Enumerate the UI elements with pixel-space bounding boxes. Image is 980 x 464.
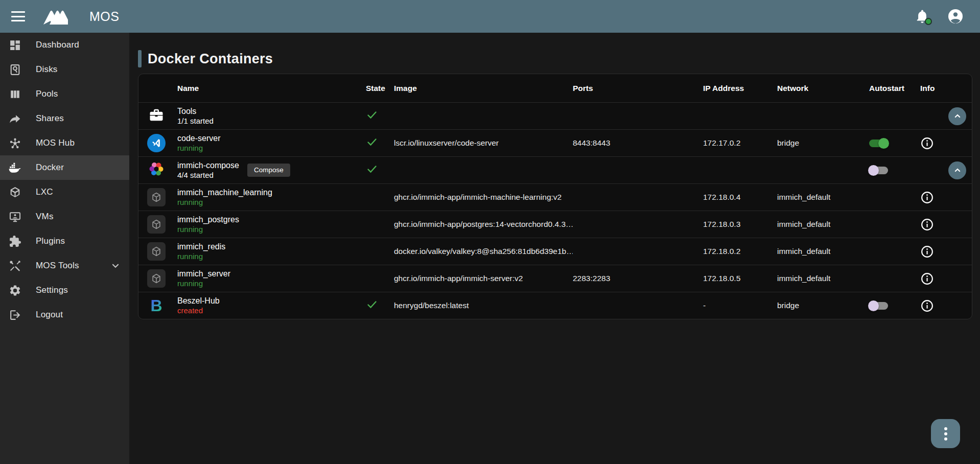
code-server-icon: [147, 134, 166, 152]
table-row[interactable]: immich-compose 4/4 started Compose: [138, 156, 972, 183]
container-cube-icon: [147, 269, 166, 288]
table-row[interactable]: code-server running lscr.io/linuxserver/…: [138, 129, 972, 156]
container-status: 1/1 started: [177, 117, 214, 126]
collapse-group-button[interactable]: [948, 107, 966, 125]
ip-cell: 172.18.0.2: [703, 247, 777, 256]
sidebar-item-docker[interactable]: Docker: [0, 155, 129, 180]
col-header-network: Network: [777, 84, 869, 93]
state-check-icon: [366, 136, 378, 150]
container-status: running: [177, 252, 225, 262]
pools-icon: [8, 87, 21, 101]
notification-status-dot: [925, 18, 932, 25]
main-content: Docker Containers Name State Image Ports…: [129, 33, 980, 464]
table-row[interactable]: Tools 1/1 started: [138, 102, 972, 129]
info-icon[interactable]: [920, 245, 934, 259]
sidebar-item-disks[interactable]: Disks: [0, 57, 129, 82]
sidebar-item-dashboard[interactable]: Dashboard: [0, 33, 129, 57]
top-app-bar: MOS: [0, 0, 980, 33]
network-cell: immich_default: [777, 193, 869, 202]
account-icon[interactable]: [947, 8, 964, 25]
mos-logo-icon: [42, 7, 69, 26]
sidebar-item-pools[interactable]: Pools: [0, 82, 129, 106]
table-row[interactable]: immich_redis running docker.io/valkey/va…: [138, 238, 972, 265]
network-cell: immich_default: [777, 247, 869, 256]
ip-cell: 172.17.0.2: [703, 138, 777, 148]
network-cell: immich_default: [777, 220, 869, 229]
sidebar-item-shares[interactable]: Shares: [0, 106, 129, 131]
col-header-info: Info: [920, 84, 948, 93]
info-icon[interactable]: [920, 272, 934, 286]
sidebar-item-vms[interactable]: VMs: [0, 204, 129, 229]
tools-icon: [8, 259, 21, 272]
sidebar-item-logout[interactable]: Logout: [0, 303, 129, 327]
ports-cell: 8443:8443: [573, 138, 703, 148]
container-name: Tools: [177, 106, 214, 117]
container-status: running: [177, 225, 239, 235]
container-status: created: [177, 306, 220, 316]
col-header-state: State: [366, 84, 394, 93]
ip-cell: 172.18.0.5: [703, 274, 777, 283]
logout-icon: [8, 308, 21, 321]
image-cell: ghcr.io/immich-app/postgres:14-vectorcho…: [394, 220, 573, 229]
ip-cell: -: [703, 301, 777, 310]
ports-cell: 2283:2283: [573, 274, 703, 283]
image-cell: lscr.io/linuxserver/code-server: [394, 138, 573, 148]
table-row[interactable]: immich_machine_learning running ghcr.io/…: [138, 183, 972, 211]
container-name: immich_machine_learning: [177, 188, 272, 198]
immich-icon: [148, 160, 165, 180]
info-icon[interactable]: [920, 218, 934, 231]
sidebar-item-plugins[interactable]: Plugins: [0, 229, 129, 253]
gear-icon: [8, 284, 21, 297]
sidebar-item-mos-hub[interactable]: MOS Hub: [0, 131, 129, 155]
state-check-icon: [366, 298, 378, 313]
table-row[interactable]: immich_postgres running ghcr.io/immich-a…: [138, 211, 972, 238]
col-header-autostart: Autostart: [869, 84, 920, 93]
app-title: MOS: [89, 9, 119, 24]
container-cube-icon: [147, 242, 166, 261]
table-row[interactable]: B Beszel-Hub created henrygd/beszel:late…: [138, 292, 972, 319]
info-icon[interactable]: [920, 136, 934, 150]
autostart-toggle[interactable]: [869, 140, 888, 147]
image-cell: ghcr.io/immich-app/immich-server:v2: [394, 274, 573, 283]
autostart-toggle[interactable]: [869, 167, 888, 174]
title-accent-bar: [138, 50, 142, 67]
actions-fab[interactable]: [931, 419, 960, 448]
info-icon[interactable]: [920, 191, 934, 204]
collapse-group-button[interactable]: [948, 161, 966, 179]
vm-icon: [8, 210, 21, 223]
container-name: code-server: [177, 133, 220, 144]
container-cube-icon: [147, 215, 166, 234]
image-cell: henrygd/beszel:latest: [394, 301, 573, 310]
beszel-icon: B: [150, 297, 162, 314]
table-header-row: Name State Image Ports IP Address Networ…: [138, 74, 972, 102]
network-cell: immich_default: [777, 274, 869, 283]
col-header-name: Name: [174, 84, 366, 93]
container-status: running: [177, 198, 272, 207]
container-name: immich_redis: [177, 242, 225, 252]
container-name: immich_postgres: [177, 215, 239, 225]
sidebar: Dashboard Disks Pools Shares MOS Hub Doc…: [0, 33, 129, 464]
chevron-down-icon: [110, 260, 121, 271]
menu-icon[interactable]: [11, 11, 25, 21]
notifications-icon[interactable]: [915, 9, 930, 24]
cube-icon: [8, 185, 21, 199]
container-name: immich_server: [177, 269, 230, 279]
col-header-image: Image: [394, 84, 573, 93]
container-name: Beszel-Hub: [177, 296, 220, 306]
containers-table: Name State Image Ports IP Address Networ…: [138, 74, 972, 319]
compose-badge: Compose: [247, 164, 290, 177]
sidebar-item-mos-tools[interactable]: MOS Tools: [0, 253, 129, 278]
sidebar-item-lxc[interactable]: LXC: [0, 180, 129, 204]
sidebar-item-settings[interactable]: Settings: [0, 278, 129, 303]
col-header-ports: Ports: [573, 84, 703, 93]
container-cube-icon: [147, 188, 166, 206]
autostart-toggle[interactable]: [869, 302, 888, 310]
container-status: running: [177, 279, 230, 289]
info-icon[interactable]: [920, 299, 934, 313]
container-status: running: [177, 144, 220, 153]
container-name: immich-compose: [177, 160, 239, 171]
image-cell: ghcr.io/immich-app/immich-machine-learni…: [394, 193, 573, 202]
table-row[interactable]: immich_server running ghcr.io/immich-app…: [138, 265, 972, 292]
state-check-icon: [366, 109, 378, 123]
ip-cell: 172.18.0.3: [703, 220, 777, 229]
